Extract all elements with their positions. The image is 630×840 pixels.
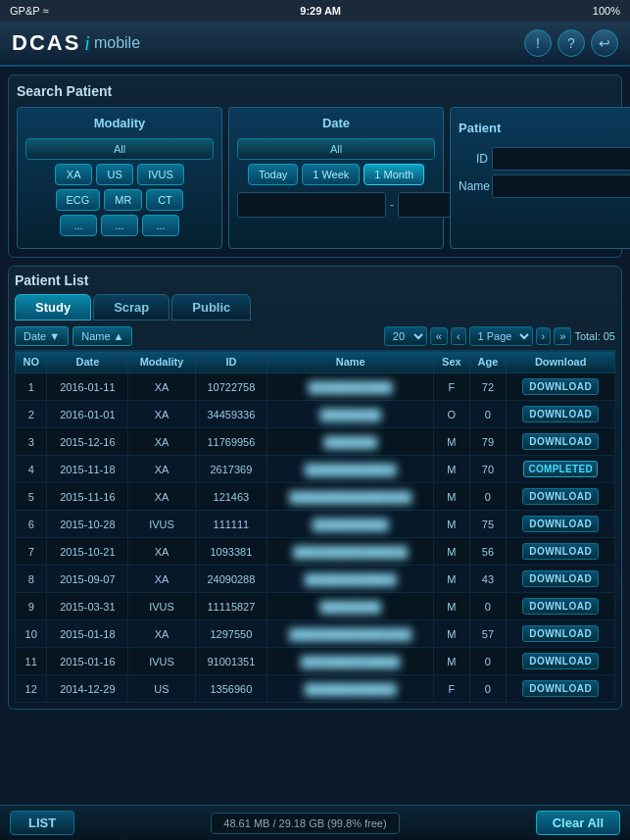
id-input[interactable] [492,147,630,171]
modality-us[interactable]: US [96,164,133,185]
download-btn[interactable]: DOWNLOAD [522,680,599,697]
list-button[interactable]: LIST [10,811,74,835]
cell-id: 121463 [195,483,267,511]
date-dash: - [390,198,394,212]
col-age: Age [469,351,507,373]
cell-age: 43 [469,566,507,593]
last-page-btn[interactable]: » [554,327,571,345]
header-icons: ! ? ↩ [524,29,618,57]
cell-id: 1356960 [195,675,267,703]
date-all-btn[interactable]: All [237,138,435,160]
info-icon-btn[interactable]: ! [524,29,552,57]
download-btn[interactable]: DOWNLOAD [522,406,599,422]
date-month-btn[interactable]: 1 Month [363,164,424,185]
cell-date: 2015-03-31 [47,593,128,620]
download-btn[interactable]: DOWNLOAD [522,378,599,395]
modality-more2[interactable]: ... [101,215,138,236]
download-btn[interactable]: DOWNLOAD [522,570,599,587]
modality-ecg[interactable]: ECG [56,189,101,211]
per-page-select[interactable]: 20 50 100 [384,326,427,346]
back-icon-btn[interactable]: ↩ [591,29,618,57]
date-from-input[interactable] [237,192,386,218]
table-row: 9 2015-03-31 IVUS 11115827 ████████ M 0 … [16,593,615,620]
date-week-btn[interactable]: 1 Week [302,164,360,185]
prev-page-btn[interactable]: ‹ [451,327,466,345]
tab-study[interactable]: Study [15,294,91,321]
download-btn[interactable]: DOWNLOAD [522,433,599,450]
logo-mobile: mobile [94,34,140,52]
completed-btn[interactable]: COMPLETED [523,461,597,477]
table-row: 11 2015-01-16 IVUS 91001351 ████████████… [16,648,615,675]
cell-date: 2015-11-16 [47,483,128,511]
cell-modality: XA [128,538,195,566]
clear-all-button[interactable]: Clear All [536,811,620,835]
cell-age: 75 [469,511,507,538]
modality-all-btn[interactable]: All [25,138,214,160]
download-btn[interactable]: DOWNLOAD [522,653,599,669]
cell-download: DOWNLOAD [507,620,615,648]
cell-sex: M [434,566,469,593]
tabs-row: Study Scrap Public [15,294,615,321]
modality-xa[interactable]: XA [55,164,92,185]
name-input[interactable] [492,174,630,198]
modality-row1: XA US IVUS [25,164,214,185]
cell-sex: F [434,675,469,703]
help-icon-btn[interactable]: ? [557,29,585,57]
cell-modality: XA [128,373,195,401]
cell-no: 8 [16,566,47,593]
cell-age: 56 [469,538,507,566]
patient-id-field: ID ✕ [459,147,630,171]
cell-modality: XA [128,401,195,428]
date-today-btn[interactable]: Today [248,164,298,185]
modality-row2: ECG MR CT [25,189,214,211]
total-label: Total: 05 [574,330,615,342]
tab-public[interactable]: Public [171,294,251,321]
sort-date-btn[interactable]: Date ▼ [15,326,69,346]
modality-mr[interactable]: MR [104,189,142,211]
download-btn[interactable]: DOWNLOAD [522,543,599,560]
cell-name: ███████████ [267,373,434,401]
first-page-btn[interactable]: « [430,327,448,345]
cell-no: 10 [16,620,47,648]
download-btn[interactable]: DOWNLOAD [522,516,599,532]
cell-age: 0 [469,648,507,675]
cell-no: 9 [16,593,47,620]
cell-age: 70 [469,456,507,483]
cell-download: DOWNLOAD [507,401,615,428]
cell-download: DOWNLOAD [507,483,615,511]
cell-age: 0 [469,401,507,428]
cell-age: 72 [469,373,507,401]
page-select[interactable]: 1 Page [469,326,533,346]
cell-download: DOWNLOAD [507,566,615,593]
cell-sex: M [434,648,469,675]
date-range-row: - 📅 🔍 [237,191,435,219]
cell-id: 1093381 [195,538,267,566]
cell-download: DOWNLOAD [507,373,615,401]
modality-ivus[interactable]: IVUS [137,164,184,185]
modality-ct[interactable]: CT [146,189,183,211]
download-btn[interactable]: DOWNLOAD [522,598,599,615]
cell-modality: US [128,675,195,703]
cell-id: 1297550 [195,620,267,648]
col-id: ID [195,351,267,373]
cell-name: ███████████████ [267,538,434,566]
cell-sex: M [434,620,469,648]
date-quick-btns: Today 1 Week 1 Month [237,164,435,185]
cell-date: 2015-01-18 [47,620,128,648]
sort-name-btn[interactable]: Name ▲ [73,326,132,346]
cell-sex: M [434,538,469,566]
cell-sex: M [434,511,469,538]
modality-more3[interactable]: ... [142,215,179,236]
cell-name: ██████████ [267,511,434,538]
cell-date: 2015-11-18 [47,456,128,483]
table-row: 4 2015-11-18 XA 2617369 ████████████ M 7… [16,456,615,483]
next-page-btn[interactable]: › [536,327,552,345]
download-btn[interactable]: DOWNLOAD [522,625,599,642]
download-btn[interactable]: DOWNLOAD [522,488,599,505]
modality-more1[interactable]: ... [60,215,97,236]
time: 9:29 AM [300,5,341,17]
cell-download: COMPLETED [507,456,615,483]
cell-id: 2617369 [195,456,267,483]
modality-label: Modality [25,116,214,130]
tab-scrap[interactable]: Scrap [93,294,170,321]
